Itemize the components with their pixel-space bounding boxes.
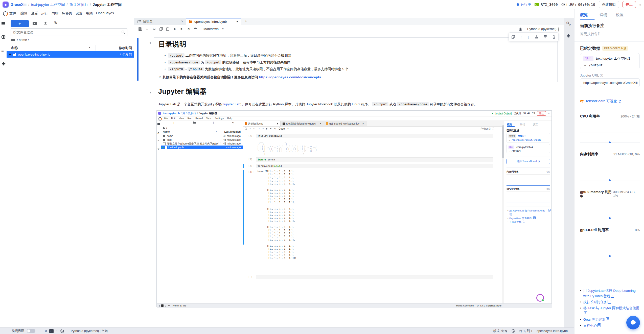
clock-icon [561, 3, 565, 6]
metric-gpu-memory: gpu-0-memory 利用率308 MB/24 GB, 1% [580, 190, 640, 228]
tab-overview[interactable]: 概览 [580, 13, 588, 17]
tab-launcher[interactable]: 启动页 ✕ [134, 18, 186, 25]
markdown-cell-directory[interactable]: 目录说明 • /output 工作空间内的数据保存地址，容器停止后，该目录中的内… [154, 37, 558, 82]
menu-kernel[interactable]: 内核 [52, 11, 58, 16]
jupyter-url-box[interactable] [580, 78, 640, 87]
warning-text: ⚠ 其他目录下的内容在容器关闭后会被自动删除！更多信息请访问 [158, 75, 258, 79]
breadcrumb-workspace[interactable]: text-jupyter 工作空间 [31, 2, 65, 7]
jupyter-url-input[interactable] [583, 81, 640, 85]
add-tab-icon[interactable]: + [245, 19, 247, 23]
collapse-panel-icon[interactable]: » [639, 3, 641, 7]
code-chip: /input0 [168, 67, 185, 71]
extensions-puzzle-icon[interactable] [1, 62, 6, 66]
insert-cell-icon[interactable]: + [146, 27, 148, 32]
paste-cell-icon[interactable] [166, 27, 169, 31]
new-folder-icon[interactable] [32, 21, 37, 25]
file-browser-icon[interactable] [1, 21, 6, 25]
output-binding-card[interactable]: 输出 text-jupyter 工作空间/1 → /output [580, 53, 640, 69]
embed-memory-chart [507, 174, 550, 186]
filename-filter[interactable] [11, 28, 127, 36]
cursor-position[interactable]: 行 1, 列 1 [519, 329, 533, 333]
terminal-count[interactable]: 0 [45, 329, 47, 333]
menu-file[interactable]: 文件 [9, 11, 16, 16]
debugger-bug-icon[interactable] [566, 34, 570, 38]
cell-type-caret-icon[interactable]: ∨ [222, 27, 224, 30]
create-snapshot-button[interactable]: 创建快照 [599, 1, 619, 8]
insert-cell-below-icon[interactable] [543, 35, 547, 39]
move-cell-down-icon[interactable]: ↓ [527, 35, 529, 39]
restart-run-all-icon[interactable]: ▶▶ [194, 27, 197, 30]
menu-run[interactable]: 运行 [41, 11, 48, 16]
table-of-contents-icon[interactable]: ≡ [1, 49, 4, 54]
openbayes-logo-icon[interactable]: ◆ [3, 2, 9, 8]
kernel-status-icon[interactable] [558, 28, 559, 31]
refresh-icon[interactable]: ↻ [54, 20, 57, 25]
chat-widget-button[interactable] [626, 316, 640, 329]
kernel-count[interactable]: 1 [56, 329, 58, 333]
cell-type-select[interactable]: Markdown [203, 27, 219, 31]
top-header: ◆ GraceXiii / text-jupyter 工作空间 / 第 1 次执… [0, 0, 644, 9]
menu-settings[interactable]: 设置 [76, 11, 82, 16]
md-heading-jupyter: Jupyter 编辑器 [158, 87, 207, 96]
help-link[interactable]: •用 JupyterLab 运行 Deep Learning with PyTo… [580, 288, 641, 299]
running-sessions-icon[interactable] [1, 35, 6, 39]
gpu-type: RTX_3090 [535, 3, 558, 7]
concepts-link[interactable]: https://openbayes.com/docs/concepts [259, 75, 321, 79]
collapse-heading-icon[interactable]: ▾ [150, 41, 151, 45]
filename-filter-input[interactable] [13, 30, 120, 34]
menu-tabs[interactable]: 标签页 [62, 11, 72, 16]
file-modified: 7 个月前 [119, 52, 132, 57]
simple-mode-toggle[interactable] [27, 329, 35, 333]
tab-notebook-active[interactable]: openbayes-intro.ipynb ● [186, 18, 241, 25]
cut-cell-icon[interactable]: ✂ [153, 27, 156, 32]
interrupt-kernel-icon[interactable]: ■ [180, 27, 182, 31]
page-title: Jupyter 工作空间 [93, 2, 122, 7]
move-cell-up-icon[interactable]: ↑ [520, 35, 522, 39]
new-launcher-button[interactable]: + [11, 20, 29, 27]
tab-settings[interactable]: 设置 [616, 13, 624, 17]
column-name[interactable]: 名称 [11, 46, 18, 50]
menu-edit[interactable]: 编辑 [20, 11, 27, 16]
breadcrumb-run[interactable]: 第 1 次执行 [70, 2, 88, 7]
file-row-selected[interactable]: openbayes-intro.ipynb 7 个月前 [7, 51, 134, 58]
mode-indicator[interactable]: 模式: 命令 [493, 329, 508, 333]
kernel-name[interactable]: Python 3 (ipykernel) [527, 27, 557, 31]
copy-cell-icon[interactable] [159, 27, 163, 31]
tensorboard-link[interactable]: TensorBoard 可视化 [580, 99, 622, 104]
column-modified[interactable]: 修改时间 [119, 46, 132, 50]
file-path-breadcrumb[interactable]: / home / [11, 38, 29, 42]
jupyterlab-link[interactable]: Jupyter Lab [222, 102, 240, 106]
save-icon[interactable] [139, 27, 142, 31]
selected-cell-bar[interactable] [137, 38, 139, 81]
collapse-heading-icon[interactable]: ▾ [150, 90, 151, 94]
upload-icon[interactable] [43, 21, 48, 25]
embed-chevrons-icon: » [548, 112, 549, 115]
menu-view[interactable]: 查看 [31, 11, 38, 16]
close-tab-icon[interactable]: ✕ [181, 20, 183, 23]
property-inspector-gears-icon[interactable]: ⚙ [569, 23, 571, 26]
embed-file-path: / [166, 127, 167, 129]
help-link[interactable]: •执行长时间任务 [580, 299, 641, 305]
run-status: 运行中 [517, 2, 531, 7]
insert-cell-above-icon[interactable] [535, 35, 538, 39]
stop-button[interactable]: 停止 [623, 1, 636, 8]
run-cell-icon[interactable]: ▶ [174, 27, 176, 31]
sort-asc-icon[interactable]: ▴ [89, 46, 90, 49]
gpu-label: RTX_3090 [541, 3, 558, 7]
info-icon[interactable]: ⓘ [600, 74, 603, 77]
breadcrumb-user[interactable]: GraceXiii [11, 3, 27, 7]
debugger-bug-icon[interactable] [519, 27, 522, 31]
unsaved-dot-icon[interactable]: ● [236, 20, 238, 23]
menu-openbayes[interactable]: OpenBayes [96, 11, 114, 15]
duplicate-cell-icon[interactable] [512, 35, 515, 39]
delete-cell-icon[interactable] [552, 35, 556, 39]
restart-kernel-icon[interactable]: ↻ [187, 27, 191, 32]
md-paragraph: Jupyter Lab 是一个交互式的开发运行环境(Jupyter Lab)。你… [158, 102, 553, 107]
kernel-status-text[interactable]: Python 3 (ipykernel) | 空闲 [71, 329, 108, 333]
embed-file-row: 请将文件存在home目录下,当前文件夹下的文件不会... 43 minutes … [161, 142, 243, 146]
help-link[interactable]: •将 Task 与 Jupyter 两种模式结合使用 [580, 305, 641, 316]
trust-shield-icon[interactable] [512, 329, 515, 333]
doc-icon [611, 294, 614, 298]
menu-help[interactable]: 帮助 [86, 11, 93, 16]
tab-details[interactable]: 详情 [600, 13, 607, 17]
